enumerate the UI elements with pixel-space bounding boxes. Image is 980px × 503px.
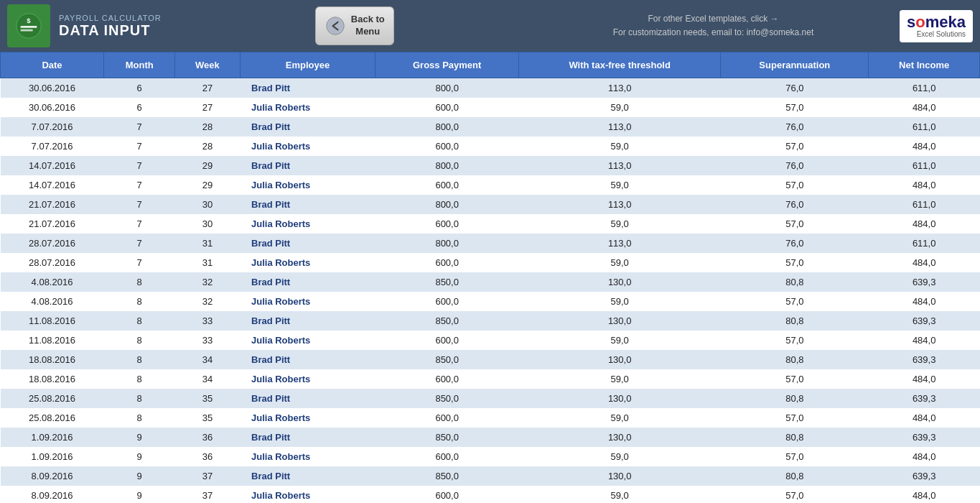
table-row: 18.08.2016834Julia Roberts600,059,057,04… — [1, 369, 980, 389]
cell-1-0: 30.06.2016 — [1, 98, 104, 117]
cell-19-2: 36 — [175, 447, 240, 466]
cell-0-1: 6 — [103, 78, 174, 98]
col-employee: Employee — [240, 52, 375, 78]
col-superannuation: Superannuation — [721, 52, 869, 78]
cell-5-1: 7 — [103, 175, 174, 195]
cell-10-5: 130,0 — [518, 272, 720, 292]
cell-5-4: 600,0 — [375, 175, 519, 195]
cell-6-5: 113,0 — [518, 195, 720, 214]
cell-15-3: Julia Roberts — [240, 369, 375, 389]
cell-3-0: 7.07.2016 — [1, 137, 104, 156]
table-row: 11.08.2016833Julia Roberts600,059,057,04… — [1, 331, 980, 350]
cell-9-3: Julia Roberts — [240, 253, 375, 272]
table-row: 11.08.2016833Brad Pitt850,0130,080,8639,… — [1, 311, 980, 331]
table-row: 1.09.2016936Julia Roberts600,059,057,048… — [1, 447, 980, 466]
cell-15-0: 18.08.2016 — [1, 369, 104, 389]
cell-10-0: 4.08.2016 — [1, 272, 104, 292]
back-to-menu-button[interactable]: Back toMenu — [315, 6, 394, 45]
payroll-table: Date Month Week Employee Gross Payment W… — [0, 52, 980, 503]
cell-16-3: Brad Pitt — [240, 389, 375, 408]
cell-0-6: 76,0 — [721, 78, 869, 98]
cell-21-6: 57,0 — [721, 486, 869, 503]
cell-21-3: Julia Roberts — [240, 486, 375, 503]
cell-0-2: 27 — [175, 78, 240, 98]
cell-9-7: 484,0 — [869, 253, 980, 272]
cell-2-5: 113,0 — [518, 117, 720, 137]
cell-13-4: 600,0 — [375, 331, 519, 350]
cell-13-1: 8 — [103, 331, 174, 350]
cell-3-1: 7 — [103, 137, 174, 156]
cell-4-6: 76,0 — [721, 156, 869, 175]
cell-4-1: 7 — [103, 156, 174, 175]
cell-20-4: 850,0 — [375, 466, 519, 486]
table-row: 25.08.2016835Julia Roberts600,059,057,04… — [1, 408, 980, 428]
cell-9-5: 59,0 — [518, 253, 720, 272]
cell-6-6: 76,0 — [721, 195, 869, 214]
cell-9-0: 28.07.2016 — [1, 253, 104, 272]
cell-6-4: 800,0 — [375, 195, 519, 214]
cell-14-5: 130,0 — [518, 350, 720, 369]
cell-7-3: Julia Roberts — [240, 214, 375, 234]
cell-0-5: 113,0 — [518, 78, 720, 98]
table-row: 21.07.2016730Julia Roberts600,059,057,04… — [1, 214, 980, 234]
cell-20-6: 80,8 — [721, 466, 869, 486]
col-month: Month — [103, 52, 174, 78]
cell-15-7: 484,0 — [869, 369, 980, 389]
cell-12-1: 8 — [103, 311, 174, 331]
brand-tagline: Excel Solutions — [907, 30, 966, 38]
app-subtitle: PAYROLL CALCULATOR — [59, 14, 162, 22]
cell-10-2: 32 — [175, 272, 240, 292]
col-date: Date — [1, 52, 104, 78]
cell-15-1: 8 — [103, 369, 174, 389]
cell-21-2: 37 — [175, 486, 240, 503]
cell-16-0: 25.08.2016 — [1, 389, 104, 408]
cell-2-3: Brad Pitt — [240, 117, 375, 137]
cell-14-6: 80,8 — [721, 350, 869, 369]
svg-point-4 — [327, 17, 345, 35]
cell-2-0: 7.07.2016 — [1, 117, 104, 137]
cell-1-5: 59,0 — [518, 98, 720, 117]
table-row: 28.07.2016731Julia Roberts600,059,057,04… — [1, 253, 980, 272]
cell-16-2: 35 — [175, 389, 240, 408]
cell-18-1: 9 — [103, 428, 174, 447]
cell-9-4: 600,0 — [375, 253, 519, 272]
table-row: 18.08.2016834Brad Pitt850,0130,080,8639,… — [1, 350, 980, 369]
cell-5-7: 484,0 — [869, 175, 980, 195]
someka-logo: someka Excel Solutions — [900, 10, 973, 42]
cell-12-0: 11.08.2016 — [1, 311, 104, 331]
cell-15-2: 34 — [175, 369, 240, 389]
cell-1-6: 57,0 — [721, 98, 869, 117]
cell-16-5: 130,0 — [518, 389, 720, 408]
cell-18-3: Brad Pitt — [240, 428, 375, 447]
data-table-container[interactable]: Date Month Week Employee Gross Payment W… — [0, 52, 980, 503]
cell-12-7: 639,3 — [869, 311, 980, 331]
cell-2-4: 800,0 — [375, 117, 519, 137]
cell-20-7: 639,3 — [869, 466, 980, 486]
cell-14-1: 8 — [103, 350, 174, 369]
cell-13-6: 57,0 — [721, 331, 869, 350]
cell-17-3: Julia Roberts — [240, 408, 375, 428]
cell-5-6: 57,0 — [721, 175, 869, 195]
cell-19-3: Julia Roberts — [240, 447, 375, 466]
table-row: 28.07.2016731Brad Pitt800,0113,076,0611,… — [1, 234, 980, 253]
table-row: 1.09.2016936Brad Pitt850,0130,080,8639,3 — [1, 428, 980, 447]
cell-8-7: 611,0 — [869, 234, 980, 253]
cell-9-1: 7 — [103, 253, 174, 272]
cell-4-0: 14.07.2016 — [1, 156, 104, 175]
cell-7-2: 30 — [175, 214, 240, 234]
table-row: 14.07.2016729Julia Roberts600,059,057,04… — [1, 175, 980, 195]
cell-18-0: 1.09.2016 — [1, 428, 104, 447]
cell-3-5: 59,0 — [518, 137, 720, 156]
cell-12-2: 33 — [175, 311, 240, 331]
promo-line2: For customization needs, email to: info@… — [613, 26, 814, 40]
cell-4-3: Brad Pitt — [240, 156, 375, 175]
cell-11-2: 32 — [175, 292, 240, 311]
cell-21-5: 59,0 — [518, 486, 720, 503]
cell-3-4: 600,0 — [375, 137, 519, 156]
svg-text:$: $ — [27, 17, 31, 24]
cell-1-7: 484,0 — [869, 98, 980, 117]
brand-name: someka — [907, 14, 966, 30]
table-row: 30.06.2016627Brad Pitt800,0113,076,0611,… — [1, 78, 980, 98]
cell-1-4: 600,0 — [375, 98, 519, 117]
cell-2-1: 7 — [103, 117, 174, 137]
